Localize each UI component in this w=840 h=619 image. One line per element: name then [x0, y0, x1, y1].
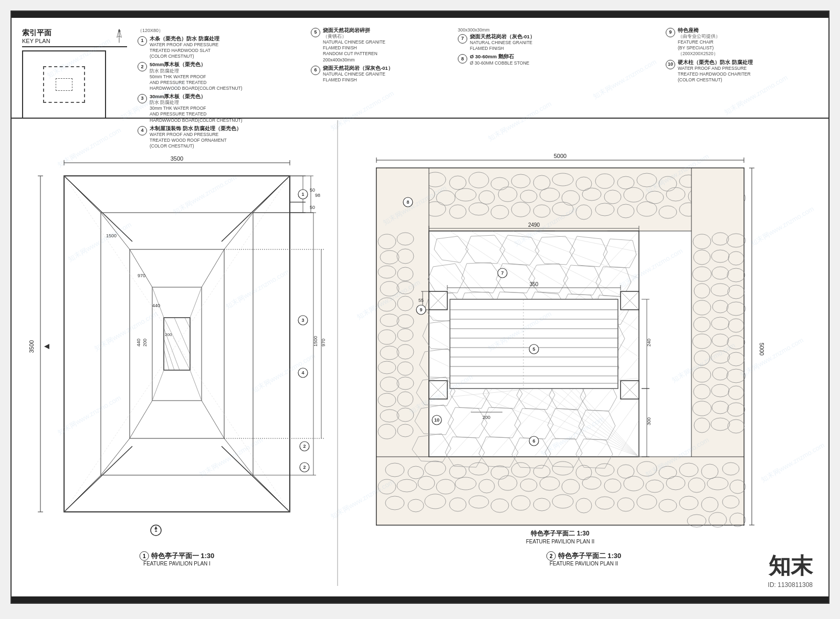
- legend-extra-1: （120X80）: [138, 27, 300, 34]
- legend-5-6: 5 烧面天然花岗岩碎拼 （黄锈石） NATURAL CHINESE GRANIT…: [311, 27, 447, 85]
- legend-cn-5: 烧面天然花岗岩碎拼: [323, 27, 447, 34]
- plan-2-container: 5000 5000: [345, 125, 823, 568]
- svg-text:1500: 1500: [313, 336, 318, 347]
- svg-text:特色亭子平面二 1:30: 特色亭子平面二 1:30: [530, 530, 590, 537]
- svg-line-25: [224, 213, 253, 249]
- svg-text:1500: 1500: [106, 233, 117, 238]
- svg-text:9: 9: [419, 307, 422, 312]
- legend-en-2: 50mm THK WATER PROOFAND PRESSURE TREATED…: [150, 74, 300, 91]
- brand-logo: 知末: [769, 551, 813, 581]
- plan-divider: [337, 120, 338, 586]
- svg-text:3: 3: [301, 318, 304, 323]
- legend-en-9: FEATURE CHAIR(BY SPECIALIST): [678, 39, 818, 51]
- legend-text-8: Ø 30-60mm 鹅卵石 Ø 30-60MM COBBLE STONE: [470, 54, 605, 66]
- svg-text:N: N: [118, 29, 120, 33]
- svg-line-17: [222, 446, 290, 512]
- svg-text:200: 200: [482, 415, 490, 420]
- svg-text:200: 200: [142, 339, 148, 347]
- legend-text-3: 30mm厚木板（栗壳色） 防水 防腐处理 30mm THK WATER PROO…: [150, 93, 300, 123]
- svg-line-20: [253, 176, 290, 213]
- main-page: 知末网www.znzmo.com 知末网www.znzmo.com 知末网www…: [10, 11, 830, 604]
- legend-text-1: 木条（栗壳色）防水 防腐处理 WATER PROOF AND PRESSURET…: [150, 36, 300, 59]
- legend-num-6: 6: [311, 66, 320, 75]
- svg-text:350: 350: [530, 281, 539, 287]
- svg-text:5000: 5000: [759, 343, 765, 355]
- legend-en-10: WATER PROOF AND PRESSURETREATED HARDWOOD…: [678, 66, 818, 83]
- plan-1-title-block: 1 特色亭子平面一 1:30 FEATURE PAVILION PLAN I: [140, 551, 215, 566]
- svg-line-27: [224, 438, 253, 475]
- svg-text:98: 98: [315, 193, 320, 198]
- plan-2-title-block: 2 特色亭子平面二 1:30 FEATURE PAVILION PLAN II: [547, 551, 622, 566]
- svg-text:8: 8: [406, 200, 409, 205]
- legend-9-10: 9 特色座椅 （由专业公司提供） FEATURE CHAIR(BY SPECIA…: [666, 27, 818, 85]
- svg-text:2: 2: [303, 444, 306, 449]
- svg-text:50: 50: [310, 187, 315, 193]
- legend-en-7: NATURAL CHINESE GRANITEFLAMED FINISH: [470, 40, 605, 51]
- legend-item-7: 7 烧面天然花岗岩（灰色-01） NATURAL CHINESE GRANITE…: [458, 34, 605, 51]
- svg-text:4: 4: [301, 370, 304, 375]
- legend-item-8: 8 Ø 30-60mm 鹅卵石 Ø 30-60MM COBBLE STONE: [458, 54, 605, 66]
- svg-text:970: 970: [138, 273, 145, 278]
- top-border: [12, 12, 828, 18]
- svg-line-16: [64, 446, 132, 512]
- legend-num-9: 9: [666, 28, 675, 37]
- svg-line-32: [202, 401, 224, 438]
- legend-cn-9: 特色座椅: [678, 27, 818, 34]
- svg-text:300: 300: [646, 417, 652, 425]
- legend-text-10: 硬木柱（栗壳色）防水 防腐处理 WATER PROOF AND PRESSURE…: [678, 59, 818, 83]
- svg-line-24: [101, 213, 130, 249]
- legend-item-10: 10 硬木柱（栗壳色）防水 防腐处理 WATER PROOF AND PRESS…: [666, 59, 818, 83]
- plan-2-svg: 5000 5000: [345, 125, 823, 568]
- svg-text:50: 50: [310, 205, 315, 210]
- legend-text-7: 烧面天然花岗岩（灰色-01） NATURAL CHINESE GRANITEFL…: [470, 34, 605, 51]
- svg-text:440: 440: [152, 303, 160, 308]
- svg-text:440: 440: [136, 339, 141, 347]
- svg-line-21: [64, 475, 101, 512]
- svg-text:10: 10: [434, 417, 439, 423]
- svg-text:970: 970: [321, 339, 326, 347]
- legend-num-2: 2: [138, 62, 147, 71]
- legend-num-3: 3: [138, 94, 147, 103]
- key-plan-section: 索引平面 KEY PLAN N: [22, 28, 127, 119]
- legend-cn-7: 烧面天然花岗岩（灰色-01）: [470, 34, 605, 40]
- svg-line-43: [190, 370, 202, 401]
- plan-1-title-en: FEATURE PAVILION PLAN I: [140, 561, 215, 566]
- legend-7-8: 300x300x30mm 7 烧面天然花岗岩（灰色-01） NATURAL CH…: [458, 27, 605, 68]
- legend-cn-2: 50mm厚木板（栗壳色）: [150, 61, 300, 68]
- content-area: 索引平面 KEY PLAN N （120X80） 1: [12, 18, 828, 596]
- legend-item-1: 1 木条（栗壳色）防水 防腐处理 WATER PROOF AND PRESSUR…: [138, 36, 300, 59]
- north-arrow-icon: N: [111, 28, 127, 44]
- svg-line-14: [64, 176, 132, 242]
- svg-text:5: 5: [532, 347, 535, 352]
- plan-1-svg: 3500 3500: [22, 125, 332, 568]
- svg-text:1: 1: [301, 192, 304, 197]
- svg-line-26: [101, 438, 130, 475]
- svg-text:3500: 3500: [28, 340, 35, 353]
- divider-line: [12, 118, 828, 119]
- svg-text:FEATURE PAVILION PLAN II: FEATURE PAVILION PLAN II: [526, 539, 595, 544]
- key-plan-inner: [43, 66, 85, 103]
- svg-line-15: [222, 176, 290, 242]
- plan-2-title-cn: 特色亭子平面二 1:30: [558, 551, 622, 561]
- legend-text-9: 特色座椅 （由专业公司提供） FEATURE CHAIR(BY SPECIALI…: [678, 27, 818, 57]
- svg-text:55: 55: [418, 298, 424, 303]
- legend-en-1: WATER PROOF AND PRESSURETREATED HARDWOOD…: [150, 42, 300, 59]
- legend-cn-10: 硬木柱（栗壳色）防水 防腐处理: [678, 59, 818, 66]
- legend-en-6: NATURAL CHINESE GRANITEFLAMED FINISH: [323, 71, 447, 83]
- svg-line-30: [202, 249, 224, 287]
- key-plan-header: 索引平面 KEY PLAN N: [22, 28, 127, 47]
- svg-text:6: 6: [532, 438, 535, 444]
- key-plan-box: [22, 50, 106, 119]
- svg-text:2: 2: [303, 465, 306, 470]
- legend-item-2: 2 50mm厚木板（栗壳色） 防水 防腐处理 50mm THK WATER PR…: [138, 61, 300, 91]
- legend-num-7: 7: [458, 34, 467, 44]
- legend-cn-8: Ø 30-60mm 鹅卵石: [470, 54, 605, 60]
- plan-2-num: 2: [547, 551, 556, 561]
- svg-line-40: [152, 287, 164, 318]
- plan-1-title-cn: 特色亭子平面一 1:30: [151, 551, 215, 561]
- svg-text:2490: 2490: [528, 222, 540, 228]
- svg-rect-211: [376, 457, 744, 525]
- legend-num-10: 10: [666, 60, 675, 69]
- legend-en-8: Ø 30-60MM COBBLE STONE: [470, 60, 605, 66]
- brand-id: ID: 1130811308: [768, 581, 813, 589]
